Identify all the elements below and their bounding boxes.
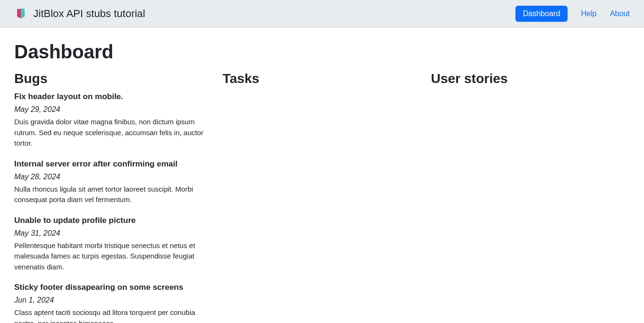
- columns: Bugs Fix header layout on mobile. May 29…: [14, 71, 630, 323]
- bug-desc: Pellentesque habitant morbi tristique se…: [14, 240, 213, 273]
- navbar-nav: Dashboard Help About: [515, 6, 630, 22]
- column-heading-tasks: Tasks: [223, 71, 421, 86]
- bug-item: Sticky footer dissapearing on some scree…: [14, 283, 213, 323]
- column-heading-user-stories: User stories: [431, 71, 630, 86]
- bug-title: Internal server error after confirming e…: [14, 159, 213, 169]
- nav-dashboard[interactable]: Dashboard: [515, 6, 568, 22]
- bug-desc: Class aptent taciti sociosqu ad litora t…: [14, 307, 213, 323]
- bug-date: May 28, 2024: [14, 173, 213, 181]
- bug-item: Internal server error after confirming e…: [14, 159, 213, 205]
- column-user-stories: User stories: [431, 71, 630, 323]
- bug-desc: Nulla rhoncus ligula sit amet tortor lao…: [14, 184, 213, 205]
- bug-date: Jun 1, 2024: [14, 296, 213, 305]
- navbar-brand[interactable]: JitBlox API stubs tutorial: [14, 7, 145, 20]
- bug-item: Fix header layout on mobile. May 29, 202…: [14, 92, 213, 149]
- page-title: Dashboard: [14, 41, 630, 63]
- nav-help[interactable]: Help: [581, 9, 597, 18]
- bug-title: Unable to update profile picture: [14, 216, 213, 225]
- column-tasks: Tasks: [223, 71, 421, 323]
- bug-item: Unable to update profile picture May 31,…: [14, 216, 213, 273]
- bug-desc: Duis gravida dolor vitae magna finibus, …: [14, 117, 213, 149]
- bug-date: May 29, 2024: [14, 105, 213, 114]
- column-bugs: Bugs Fix header layout on mobile. May 29…: [14, 71, 213, 323]
- nav-about[interactable]: About: [610, 9, 630, 18]
- bug-date: May 31, 2024: [14, 229, 213, 238]
- bug-title: Sticky footer dissapearing on some scree…: [14, 283, 213, 292]
- main-container: Dashboard Bugs Fix header layout on mobi…: [0, 28, 644, 323]
- bug-title: Fix header layout on mobile.: [14, 92, 213, 102]
- column-heading-bugs: Bugs: [14, 71, 213, 86]
- brand-text: JitBlox API stubs tutorial: [33, 8, 145, 20]
- navbar: JitBlox API stubs tutorial Dashboard Hel…: [0, 0, 644, 28]
- logo-icon: [14, 7, 28, 20]
